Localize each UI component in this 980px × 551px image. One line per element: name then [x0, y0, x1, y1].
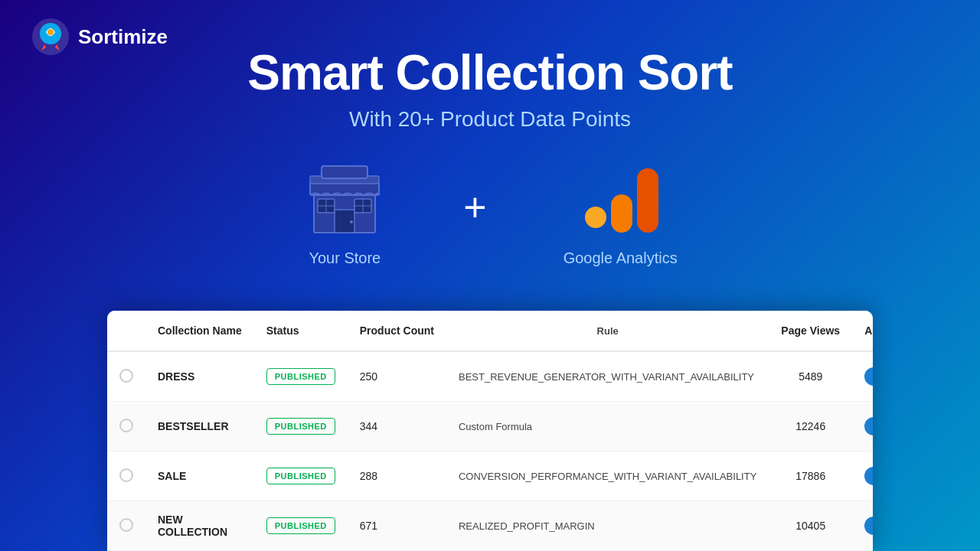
row-page-views: 5489	[769, 351, 852, 402]
toggle-button[interactable]	[864, 417, 873, 435]
plus-symbol: +	[463, 184, 486, 230]
status-badge: PUBLISHED	[266, 517, 335, 534]
row-collection-name: BESTSELLER	[145, 402, 254, 452]
actions-cell	[864, 364, 873, 389]
status-badge: PUBLISHED	[266, 468, 335, 484]
actions-cell	[864, 414, 873, 439]
header-status: Status	[254, 311, 348, 351]
row-rule: CONVERSION_PERFORMANCE_WITH_VARIANT_AVAI…	[446, 452, 769, 501]
logo-area: Sortimize	[31, 17, 168, 57]
analytics-icon	[574, 155, 666, 239]
table-header: Collection Name Status Product Count Rul…	[107, 311, 873, 351]
header-row: Collection Name Status Product Count Rul…	[107, 311, 873, 351]
table-card: Collection Name Status Product Count Rul…	[107, 311, 873, 551]
sortimize-logo-icon	[31, 17, 70, 57]
row-checkbox[interactable]	[119, 369, 133, 383]
actions-cell	[864, 514, 873, 538]
row-actions	[852, 351, 873, 402]
table-row: BESTSELLER PUBLISHED 344 Custom Formula …	[107, 402, 873, 452]
header-checkbox	[107, 311, 145, 351]
row-collection-name: SALE	[145, 452, 254, 501]
row-rule: REALIZED_PROFIT_MARGIN	[446, 501, 769, 551]
row-status: PUBLISHED	[254, 402, 348, 452]
row-checkbox-cell	[107, 501, 145, 551]
row-actions	[852, 402, 873, 452]
row-checkbox[interactable]	[119, 419, 133, 432]
row-product-count: 671	[348, 501, 446, 551]
row-rule: BEST_REVENUE_GENERATOR_WITH_VARIANT_AVAI…	[446, 351, 769, 402]
row-actions	[852, 452, 873, 501]
row-checkbox-cell	[107, 402, 145, 452]
row-status: PUBLISHED	[254, 351, 348, 402]
row-product-count: 288	[348, 452, 446, 501]
analytics-block: Google Analytics	[564, 155, 678, 267]
row-checkbox[interactable]	[119, 518, 133, 532]
svg-rect-15	[611, 194, 632, 233]
header-actions: Actions	[852, 311, 873, 351]
svg-rect-13	[322, 166, 368, 178]
svg-point-11	[350, 220, 353, 223]
toggle-button[interactable]	[864, 467, 873, 485]
row-product-count: 344	[348, 402, 446, 452]
actions-cell	[864, 464, 873, 488]
status-badge: PUBLISHED	[266, 368, 335, 385]
table-row: NEW COLLECTION PUBLISHED 671 REALIZED_PR…	[107, 501, 873, 551]
svg-rect-16	[637, 168, 658, 233]
row-product-count: 250	[348, 351, 446, 402]
table-body: DRESS PUBLISHED 250 BEST_REVENUE_GENERAT…	[107, 351, 873, 551]
toggle-button[interactable]	[864, 517, 873, 535]
row-status: PUBLISHED	[254, 501, 348, 551]
row-page-views: 17886	[769, 452, 852, 501]
collections-table: Collection Name Status Product Count Rul…	[107, 311, 873, 551]
row-checkbox-cell	[107, 452, 145, 501]
header-product-count: Product Count	[348, 311, 446, 351]
header-rule: Rule	[446, 311, 769, 351]
store-icon	[302, 155, 387, 239]
row-checkbox-cell	[107, 351, 145, 402]
svg-point-14	[585, 207, 606, 228]
store-block: Your Store	[302, 155, 387, 267]
row-page-views: 10405	[769, 501, 852, 551]
table-row: DRESS PUBLISHED 250 BEST_REVENUE_GENERAT…	[107, 351, 873, 402]
header-page-views: Page Views	[769, 311, 852, 351]
row-rule: Custom Formula	[446, 402, 769, 452]
row-page-views: 12246	[769, 402, 852, 452]
status-badge: PUBLISHED	[266, 418, 335, 435]
svg-point-1	[47, 29, 54, 35]
row-collection-name: NEW COLLECTION	[145, 501, 254, 551]
row-collection-name: DRESS	[145, 351, 254, 402]
store-label: Your Store	[309, 249, 381, 267]
analytics-label: Google Analytics	[564, 249, 678, 267]
brand-name: Sortimize	[78, 25, 168, 49]
toggle-button[interactable]	[864, 367, 873, 386]
table-row: SALE PUBLISHED 288 CONVERSION_PERFORMANC…	[107, 452, 873, 501]
hero-subtitle: With 20+ Product Data Points	[0, 107, 980, 132]
header-collection-name: Collection Name	[145, 311, 254, 351]
icons-row: Your Store + Google Analytics	[0, 155, 980, 267]
row-actions	[852, 501, 873, 551]
row-status: PUBLISHED	[254, 452, 348, 501]
row-checkbox[interactable]	[119, 468, 133, 482]
